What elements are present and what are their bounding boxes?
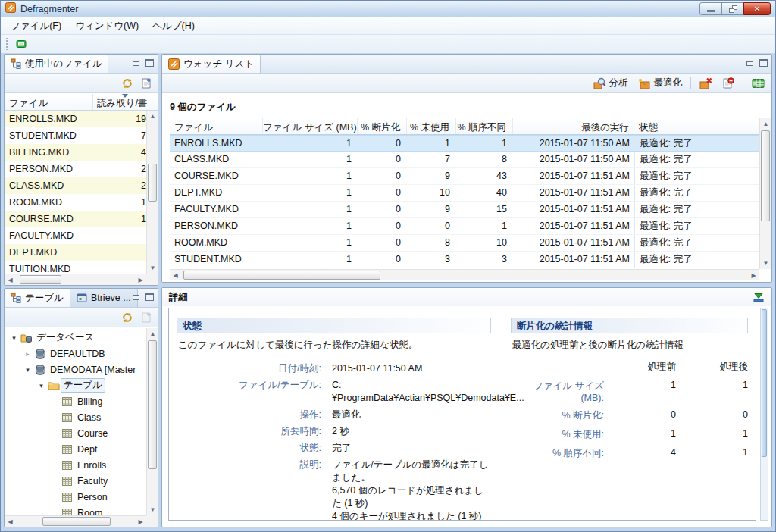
analyze-button[interactable]: 分析	[590, 75, 632, 91]
tree-item-enrolls[interactable]: Enrolls	[5, 457, 146, 473]
watch-table-row[interactable]: STUDENT.MKD10332015-01-07 11:51 AM最適化: 完…	[170, 252, 759, 268]
tab-label: テーブル	[25, 292, 64, 305]
panel-minimize-icon[interactable]	[132, 59, 140, 67]
watch-table-row[interactable]: ENROLLS.MKD10112015-01-07 11:50 AM最適化: 完…	[170, 135, 759, 152]
column-header-status[interactable]: 状態	[634, 118, 759, 134]
tree-item-room[interactable]: Room	[5, 505, 146, 515]
refresh-button[interactable]	[119, 310, 136, 325]
legend-button[interactable]	[748, 77, 768, 90]
scroll-thumb[interactable]	[42, 517, 111, 526]
minimize-button[interactable]	[699, 2, 722, 15]
scroll-right-arrow[interactable]: ▶	[748, 270, 759, 281]
column-header-out-of-order[interactable]: % 順序不同	[456, 118, 513, 134]
tree-item-person[interactable]: Person	[5, 489, 146, 505]
scroll-thumb[interactable]	[761, 130, 770, 221]
tree-expand-icon[interactable]: ▸	[23, 350, 33, 358]
file-row[interactable]: CLASS.MKD23	[5, 177, 146, 194]
scroll-down-arrow[interactable]: ▼	[147, 504, 158, 515]
watch-table-row[interactable]: DEPT.MKD1010402015-01-07 11:51 AM最適化: 完了	[170, 185, 759, 202]
watch-horizontal-scrollbar[interactable]: ◀ ▶	[170, 269, 759, 280]
tree-item-course[interactable]: Course	[5, 425, 146, 441]
tab-tables[interactable]: テーブル	[5, 289, 70, 307]
collapse-details-button[interactable]	[753, 293, 765, 302]
tree-item-demodata-master[interactable]: ▾DEMODATA [Master	[5, 361, 146, 377]
column-header-file[interactable]: ファイル	[170, 118, 263, 134]
restore-button[interactable]	[721, 2, 744, 15]
watch-table-row[interactable]: FACULTY.MKD109152015-01-07 11:51 AM最適化: …	[170, 202, 759, 218]
watch-vertical-scrollbar[interactable]: ▲ ▼	[759, 118, 771, 269]
separator	[743, 77, 743, 89]
panel-minimize-icon[interactable]	[746, 59, 754, 67]
remove-from-watch-button[interactable]	[696, 76, 716, 91]
column-header-readwrite[interactable]: 読み取り/書	[93, 94, 158, 110]
tree-item-faculty[interactable]: Faculty	[5, 473, 146, 489]
column-header-size[interactable]: ファイル サイズ (MB)	[263, 118, 358, 134]
close-button[interactable]: ✕	[743, 2, 771, 15]
scroll-up-arrow[interactable]: ▲	[760, 118, 771, 130]
column-header-unused[interactable]: % 未使用	[407, 118, 456, 134]
tab-files-in-use[interactable]: 使用中のファイル	[5, 55, 108, 73]
refresh-button[interactable]	[119, 76, 136, 91]
tree-expand-icon[interactable]: ▾	[23, 366, 33, 374]
scroll-up-arrow[interactable]: ▲	[147, 111, 158, 122]
tree-item-defaultdb[interactable]: ▸DEFAULTDB	[5, 346, 146, 361]
file-row[interactable]: FACULTY.MKD9	[5, 227, 146, 244]
watch-table-row[interactable]: ROOM.MKD108102015-01-07 11:51 AM最適化: 完了	[170, 235, 759, 252]
watch-table-row[interactable]: PERSON.MKD10012015-01-07 11:51 AM最適化: 完了	[170, 218, 759, 235]
file-row[interactable]: ROOM.MKD15	[5, 194, 146, 211]
watch-table-row[interactable]: COURSE.MKD109432015-01-07 11:51 AM最適化: 完…	[170, 168, 759, 185]
scroll-up-arrow[interactable]: ▲	[147, 328, 158, 340]
tree-item--[interactable]: ▾テーブル	[5, 377, 146, 393]
new-watch-button[interactable]	[13, 36, 30, 52]
file-row[interactable]: ENROLLS.MKD194	[5, 111, 146, 127]
add-watch-button-disabled[interactable]	[138, 310, 155, 325]
watch-table-row[interactable]: CLASS.MKD10782015-01-07 11:50 AM最適化: 完了	[170, 152, 759, 168]
scroll-thumb[interactable]	[148, 164, 157, 202]
optimize-button[interactable]: 最適化	[634, 75, 687, 91]
panel-minimize-icon[interactable]	[132, 293, 140, 301]
panel-maximize-icon[interactable]	[759, 59, 768, 67]
toolbar-drag-handle[interactable]	[6, 38, 8, 50]
file-row[interactable]: STUDENT.MKD70	[5, 127, 146, 144]
add-file-button[interactable]	[138, 76, 155, 91]
menu-help[interactable]: ヘルプ(H)	[146, 17, 202, 35]
tree-item-billing[interactable]: Billing	[5, 393, 146, 409]
tab-watch-list[interactable]: ウォッチ リスト	[162, 55, 261, 73]
scroll-down-arrow[interactable]: ▼	[760, 258, 771, 269]
file-row[interactable]: DEPT.MKD2	[5, 244, 146, 261]
file-row[interactable]: TUITION.MKD	[5, 261, 146, 274]
file-row[interactable]: BILLING.MKD43	[5, 144, 146, 161]
scroll-right-arrow[interactable]: ▶	[135, 274, 146, 286]
tree-expand-icon[interactable]: ▾	[36, 382, 46, 390]
scroll-left-arrow[interactable]: ◀	[5, 516, 16, 527]
panel-maximize-icon[interactable]	[146, 59, 154, 67]
analyze-label: 分析	[609, 77, 628, 89]
tab-btrieve[interactable]: Btrieve ...	[70, 289, 138, 307]
column-header-last-run[interactable]: 最後の実行	[513, 118, 634, 134]
scroll-right-arrow[interactable]: ▶	[135, 516, 146, 527]
tree-item--[interactable]: ▾データベース	[5, 330, 146, 346]
tree-vertical-scrollbar[interactable]: ▲ ▼	[146, 328, 158, 515]
scroll-down-arrow[interactable]: ▼	[147, 262, 158, 274]
tree-horizontal-scrollbar[interactable]: ◀ ▶	[5, 515, 146, 527]
file-row[interactable]: COURSE.MKD14	[5, 211, 146, 227]
tree-item-class[interactable]: Class	[5, 409, 146, 425]
files-horizontal-scrollbar[interactable]: ◀ ▶	[5, 274, 146, 285]
column-header-fragmented[interactable]: % 断片化	[358, 118, 407, 134]
scroll-left-arrow[interactable]: ◀	[170, 270, 181, 281]
scroll-thumb[interactable]	[20, 275, 61, 284]
details-scrollbar[interactable]	[760, 308, 768, 521]
scroll-thumb[interactable]	[762, 309, 767, 457]
panel-maximize-icon[interactable]	[146, 293, 154, 301]
scroll-thumb[interactable]	[148, 340, 157, 469]
clear-status-button[interactable]	[718, 76, 738, 91]
scroll-left-arrow[interactable]: ◀	[5, 274, 16, 286]
menu-file[interactable]: ファイル(F)	[4, 17, 68, 35]
column-header-file[interactable]: ファイル	[5, 94, 93, 110]
scroll-thumb[interactable]	[183, 271, 380, 280]
files-vertical-scrollbar[interactable]: ▲ ▼	[146, 111, 158, 274]
menu-window[interactable]: ウィンドウ(W)	[68, 17, 146, 35]
tree-expand-icon[interactable]: ▾	[9, 334, 19, 342]
tree-item-dept[interactable]: Dept	[5, 441, 146, 457]
file-row[interactable]: PERSON.MKD29	[5, 161, 146, 177]
